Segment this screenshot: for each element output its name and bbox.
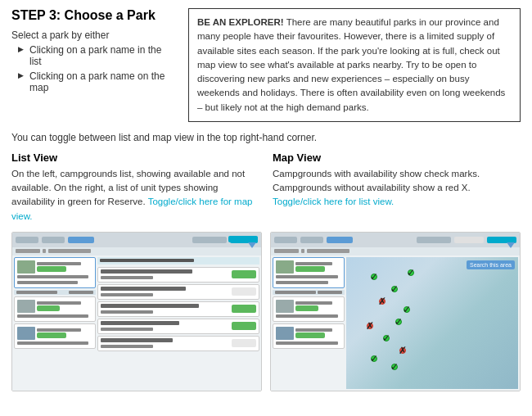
list-view-arrow-indicator [248, 242, 256, 248]
map-topbar [271, 233, 520, 247]
map-distance [318, 291, 342, 294]
toggle-note: You can toggle between list and map view… [11, 132, 521, 143]
map-view-arrow-indicator [507, 242, 515, 248]
reserve-btn-1 [232, 270, 256, 278]
topbar-avail [192, 237, 227, 243]
explorer-box: BE AN EXPLORER! There are many beautiful… [188, 8, 521, 122]
list-view-title: List View [11, 151, 259, 164]
porteau2-line-1 [37, 328, 81, 332]
unit-lines-4 [101, 321, 232, 332]
list-view-desc: On the left, campgrounds list, showing a… [11, 167, 259, 224]
map-card-avail [295, 266, 325, 272]
reserve-btn-3 [232, 305, 256, 313]
card-header-porteau [17, 300, 92, 313]
unit-card-3 [97, 301, 259, 317]
unit-card-4 [97, 319, 259, 334]
cg-title-3 [101, 304, 199, 308]
map-park-card-porteau [273, 296, 345, 322]
list-breadcrumb [12, 247, 261, 255]
cg-line-3 [101, 310, 153, 314]
card-thumb-porteau2 [17, 327, 35, 340]
porteau-desc [17, 314, 88, 318]
map-porteau2-avail [295, 332, 325, 338]
map-view-block: Map View Campgrounds with availability s… [273, 151, 521, 224]
map-porteau2-line-1 [295, 328, 332, 332]
map-breadcrumb [271, 247, 520, 255]
unit-card-5 [97, 336, 259, 351]
park-name-header [97, 257, 259, 265]
topbar-pill-2 [42, 237, 65, 243]
cg-line-5 [101, 345, 153, 348]
map-marker-8: ✓ [383, 335, 390, 341]
map-view-screenshot: ✓ ✓ ✓ ✗ ✓ ✗ ✓ ✓ ✗ ✓ ✓ Search this area [270, 232, 521, 391]
porteau-line-1 [37, 301, 81, 305]
map-topbar-avail [417, 237, 451, 243]
cg-line-2 [101, 293, 153, 296]
map-left-panel [273, 257, 345, 389]
map-card-thumb-porteau2 [276, 327, 294, 340]
map-card-title-porteau2 [295, 328, 341, 338]
porteau-avail [37, 305, 60, 311]
map-bread-park [307, 249, 349, 253]
map-view-toggle-link[interactable]: Toggle/click here for list view. [273, 197, 394, 206]
map-marker-4: ✗ [379, 298, 385, 305]
card-title-alice [37, 262, 92, 272]
map-view-title: Map View [273, 151, 521, 164]
cg-title-1 [101, 269, 192, 274]
bread-sep [43, 249, 46, 253]
unit-lines-2 [101, 287, 232, 297]
bread-1 [16, 249, 40, 253]
map-card-thumb-porteau [276, 300, 294, 313]
list-mock-screen [12, 233, 261, 391]
left-header: STEP 3: Choose a Park Select a park by e… [11, 8, 175, 122]
bullet-list: Clicking on a park name in the list Clic… [11, 44, 175, 93]
card-thumb-alice [17, 260, 35, 274]
unit-card-2 [97, 284, 259, 300]
screenshots-row: ✓ ✓ ✓ ✗ ✓ ✗ ✓ ✓ ✗ ✓ ✓ Search this area [11, 232, 521, 391]
reserve-btn-4 [232, 322, 256, 330]
map-canvas: ✓ ✓ ✓ ✗ ✓ ✗ ✓ ✓ ✗ ✓ ✓ Search this area [346, 257, 518, 389]
topbar-search-btn [68, 237, 94, 243]
cg-line-4 [101, 328, 153, 331]
unit-card-1 [97, 267, 259, 283]
card-thumb-porteau [17, 300, 35, 313]
map-topbar-pill-1 [274, 237, 297, 243]
map-porteau-desc [276, 314, 338, 318]
map-view-desc-text: Campgrounds with availability show check… [273, 169, 480, 192]
map-card-title-porteau [295, 301, 341, 311]
list-right-panel [97, 257, 259, 389]
bullet-item-map: Clicking on a park name on the map [18, 70, 175, 93]
map-marker-2: ✓ [391, 286, 398, 292]
cg-title-2 [101, 287, 186, 291]
standard-badge-5 [232, 339, 256, 347]
header-section: STEP 3: Choose a Park Select a park by e… [11, 8, 521, 122]
card-desc-2 [17, 281, 78, 284]
map-card-desc-1 [276, 275, 338, 278]
map-card-header-porteau [276, 300, 341, 313]
map-marker-3: ✓ [408, 269, 414, 276]
nearby-parks-row [14, 290, 96, 295]
card-header-porteau2 [17, 327, 92, 340]
card-avail-badge [37, 266, 66, 272]
map-topbar-search-btn [327, 237, 353, 243]
map-porteau-line-1 [295, 301, 332, 305]
topbar-view-toggle [228, 236, 258, 242]
unit-lines-5 [101, 338, 232, 349]
map-mock-screen: ✓ ✓ ✓ ✗ ✓ ✗ ✓ ✓ ✗ ✓ ✓ Search this area [271, 233, 520, 391]
park-card-alice [14, 257, 96, 288]
card-line-1 [37, 262, 81, 265]
park-card-porteau2 [14, 323, 96, 349]
search-this-area-btn: Search this area [467, 260, 515, 269]
map-card-desc-2 [276, 281, 328, 284]
map-card-header-alice [276, 260, 341, 274]
card-header-alice [17, 260, 92, 274]
map-card-header-porteau2 [276, 327, 341, 340]
map-card-line-1 [295, 262, 332, 265]
explorer-bold-text: BE AN EXPLORER! [197, 17, 284, 27]
card-desc-1 [17, 275, 88, 278]
map-topbar-list-btn [454, 237, 484, 243]
list-topbar [12, 233, 261, 247]
map-park-card-alice [273, 257, 345, 288]
park-card-porteau [14, 296, 96, 322]
cg-title-5 [101, 338, 173, 342]
